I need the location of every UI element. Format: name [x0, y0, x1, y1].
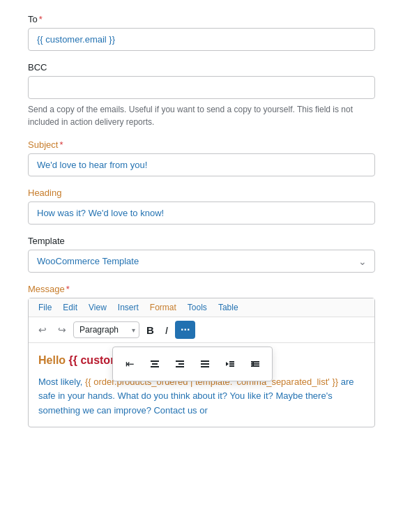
svg-rect-1 — [152, 363, 158, 365]
svg-marker-9 — [226, 362, 229, 366]
editor-toolbar: ↩ ↪ Paragraph Heading 1 Heading 2 Headin… — [29, 317, 374, 343]
subject-label: Subject* — [28, 139, 375, 150]
subject-field-group: Subject* — [28, 139, 375, 176]
bold-icon: B — [146, 324, 154, 336]
template-select-wrapper: WooCommerce Template ⌄ — [28, 250, 375, 273]
menu-table[interactable]: Table — [214, 301, 243, 314]
heading-input[interactable] — [28, 202, 375, 225]
heading-label: Heading — [28, 188, 375, 198]
indent-button[interactable] — [244, 353, 266, 375]
bcc-field-group: BCC Send a copy of the emails. Useful if… — [28, 62, 375, 128]
align-center-button[interactable] — [144, 353, 166, 375]
message-label: Message* — [28, 284, 375, 294]
align-left-icon: ⇤ — [126, 358, 135, 370]
align-justify-button[interactable] — [194, 353, 216, 375]
to-label: To* — [28, 14, 375, 24]
alignment-popup: ⇤ — [112, 347, 273, 381]
menu-file[interactable]: File — [34, 301, 56, 314]
message-field-group: Message* File Edit View Insert Format To… — [28, 284, 375, 427]
align-right-icon — [174, 358, 185, 370]
outdent-icon — [225, 358, 236, 370]
subject-input[interactable] — [28, 153, 375, 176]
to-input[interactable] — [28, 28, 375, 51]
svg-rect-15 — [251, 363, 259, 365]
svg-rect-6 — [201, 360, 209, 362]
align-center-icon — [149, 358, 160, 370]
svg-rect-14 — [251, 361, 259, 363]
body-text-start: Most likely, — [38, 377, 85, 387]
editor-container: File Edit View Insert Format Tools Table… — [28, 298, 375, 427]
heading-field-group: Heading — [28, 188, 375, 225]
menu-tools[interactable]: Tools — [183, 301, 211, 314]
menu-edit[interactable]: Edit — [59, 301, 82, 314]
outdent-button[interactable] — [219, 353, 241, 375]
svg-rect-10 — [229, 361, 234, 363]
italic-icon: I — [165, 324, 168, 336]
template-select[interactable]: WooCommerce Template — [28, 250, 375, 273]
hello-text: Hello — [38, 354, 69, 366]
menu-format[interactable]: Format — [146, 301, 181, 314]
svg-rect-0 — [151, 360, 159, 362]
more-button[interactable]: ··· — [175, 321, 195, 339]
align-left-button[interactable]: ⇤ — [119, 353, 141, 375]
align-right-button[interactable] — [169, 353, 191, 375]
template-field-group: Template WooCommerce Template ⌄ — [28, 236, 375, 273]
bcc-input[interactable] — [28, 76, 375, 99]
undo-button[interactable]: ↩ — [34, 321, 51, 338]
align-justify-icon — [199, 358, 211, 370]
svg-rect-7 — [201, 363, 209, 365]
bold-button[interactable]: B — [142, 321, 158, 339]
svg-rect-12 — [229, 365, 234, 367]
bcc-label: BCC — [28, 62, 375, 73]
more-icon: ··· — [181, 324, 190, 336]
svg-rect-8 — [201, 366, 209, 367]
svg-rect-16 — [251, 365, 259, 367]
indent-icon — [250, 358, 261, 370]
editor-menubar: File Edit View Insert Format Tools Table — [29, 298, 374, 317]
bcc-hint: Send a copy of the emails. Useful if you… — [28, 103, 375, 128]
svg-rect-11 — [229, 363, 234, 365]
paragraph-select[interactable]: Paragraph Heading 1 Heading 2 Heading 3 — [73, 321, 139, 338]
menu-view[interactable]: View — [84, 301, 111, 314]
undo-icon: ↩ — [38, 324, 47, 335]
svg-rect-4 — [178, 363, 184, 365]
svg-rect-2 — [151, 366, 159, 367]
redo-button[interactable]: ↪ — [54, 321, 70, 338]
to-field-group: To* — [28, 14, 375, 51]
paragraph-wrapper: Paragraph Heading 1 Heading 2 Heading 3 … — [73, 321, 139, 338]
svg-rect-3 — [176, 360, 184, 362]
svg-rect-5 — [176, 366, 184, 367]
italic-button[interactable]: I — [161, 321, 172, 339]
template-label: Template — [28, 236, 375, 246]
menu-insert[interactable]: Insert — [114, 301, 143, 314]
redo-icon: ↪ — [58, 324, 66, 335]
